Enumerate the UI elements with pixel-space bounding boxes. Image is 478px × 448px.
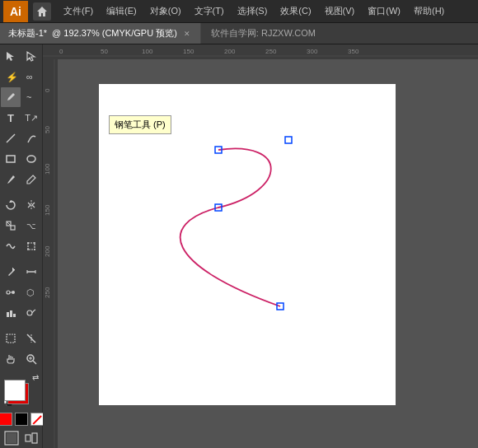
- curvature-tool[interactable]: ~: [21, 87, 41, 107]
- menu-bar: Ai 文件(F) 编辑(E) 对象(O) 文字(T) 选择(S) 效果(C) 视…: [0, 0, 478, 23]
- svg-text:100: 100: [142, 48, 153, 55]
- tool-row-warp: [1, 236, 41, 256]
- paintbrush-tool[interactable]: [1, 170, 21, 189]
- tab-info: @ 192.37% (CMYK/GPU 预览): [52, 27, 177, 40]
- column-graph-tool[interactable]: [1, 303, 21, 323]
- svg-rect-29: [13, 314, 16, 317]
- align-icons[interactable]: [22, 429, 40, 447]
- line-segment-tool[interactable]: [1, 128, 21, 148]
- ruler-top-ticks: 0 50 100 150 200 250 300 350: [43, 44, 478, 59]
- tool-row-brush: [1, 170, 41, 189]
- tool-row-line: [1, 128, 41, 148]
- menu-text[interactable]: 文字(T): [189, 2, 230, 20]
- menu-help[interactable]: 帮助(H): [408, 2, 450, 20]
- color-area: ⇄: [2, 370, 41, 448]
- fill-box[interactable]: [4, 380, 26, 401]
- menu-view[interactable]: 视图(V): [319, 2, 361, 20]
- shear-tool[interactable]: ⌥: [21, 216, 41, 236]
- rotate-tool[interactable]: [1, 195, 21, 215]
- lasso-tool[interactable]: ∞: [21, 67, 41, 86]
- main-area: ⚡ ∞ ~ T: [0, 44, 478, 448]
- svg-text:200: 200: [224, 48, 236, 55]
- selection-tool[interactable]: [1, 46, 21, 66]
- ellipse-tool[interactable]: [21, 149, 41, 169]
- menu-window[interactable]: 窗口(W): [362, 2, 406, 20]
- tool-row-scale: ⌥: [1, 216, 41, 236]
- tool-row-blend: ⬡: [1, 282, 41, 302]
- no-fill-swatch[interactable]: [30, 413, 44, 426]
- svg-marker-0: [37, 7, 47, 16]
- svg-text:0: 0: [59, 48, 63, 55]
- tool-row-pen: ~: [1, 87, 41, 107]
- menu-file[interactable]: 文件(F): [58, 2, 99, 20]
- menu-edit[interactable]: 编辑(E): [101, 2, 143, 20]
- menu-select[interactable]: 选择(S): [232, 2, 274, 20]
- canvas-area[interactable]: 0 50 100 150 200 250 300 350 0 50 100 15…: [43, 44, 478, 448]
- ruler-left-ticks: 0 50 100 150 200 250: [43, 59, 58, 448]
- svg-text:~: ~: [26, 92, 31, 102]
- free-transform-tool[interactable]: [21, 236, 41, 256]
- pencil-tool[interactable]: [21, 170, 41, 189]
- svg-text:⚡: ⚡: [6, 71, 16, 82]
- svg-rect-6: [7, 156, 15, 162]
- svg-line-35: [33, 361, 36, 364]
- symbol-sprayer-tool[interactable]: [21, 303, 41, 323]
- direct-selection-tool[interactable]: [21, 46, 41, 66]
- svg-rect-11: [11, 226, 15, 230]
- svg-text:250: 250: [265, 48, 277, 55]
- ruler-top: 0 50 100 150 200 250 300 350: [43, 44, 478, 59]
- warp-tool[interactable]: [1, 236, 21, 256]
- svg-text:∞: ∞: [26, 72, 33, 82]
- svg-rect-43: [32, 433, 37, 443]
- hand-tool[interactable]: [1, 349, 21, 369]
- svg-point-23: [7, 291, 10, 294]
- svg-rect-41: [7, 433, 16, 443]
- tool-row-1: [1, 46, 41, 66]
- menu-object[interactable]: 对象(O): [144, 2, 187, 20]
- arc-tool[interactable]: [21, 128, 41, 148]
- change-screen-mode[interactable]: [2, 429, 21, 447]
- left-toolbar: ⚡ ∞ ~ T: [0, 44, 43, 448]
- scale-tool[interactable]: [1, 216, 21, 236]
- svg-text:150: 150: [44, 204, 51, 216]
- svg-text:⬡: ⬡: [26, 287, 35, 297]
- eyedropper-tool[interactable]: [1, 262, 21, 282]
- svg-rect-44: [43, 44, 478, 59]
- swap-icon[interactable]: ⇄: [32, 373, 39, 382]
- zoom-tool[interactable]: [21, 349, 41, 369]
- svg-text:⌥: ⌥: [26, 222, 36, 231]
- svg-text:350: 350: [348, 48, 359, 55]
- touch-type-tool[interactable]: T↗: [21, 108, 41, 128]
- tool-row-hand: [1, 349, 41, 369]
- tool-row-lasso: ⚡ ∞: [1, 67, 41, 86]
- reflect-tool[interactable]: [21, 195, 41, 215]
- svg-text:300: 300: [307, 48, 318, 55]
- svg-line-5: [7, 134, 15, 142]
- red-swatch[interactable]: [0, 413, 12, 426]
- home-icon-btn[interactable]: [33, 2, 51, 21]
- tool-row-rect: [1, 149, 41, 169]
- pen-tool[interactable]: [1, 87, 21, 107]
- svg-text:50: 50: [44, 126, 51, 133]
- measure-tool[interactable]: [21, 262, 41, 282]
- tool-row-graph: [1, 303, 41, 323]
- svg-rect-14: [28, 243, 35, 250]
- canvas-content[interactable]: 钢笔工具 (P): [58, 59, 478, 448]
- svg-line-12: [7, 222, 11, 226]
- svg-text:200: 200: [44, 245, 51, 257]
- tab-close-btn[interactable]: ✕: [182, 29, 192, 39]
- slice-tool[interactable]: [21, 329, 41, 348]
- active-tab[interactable]: 未标题-1* @ 192.37% (CMYK/GPU 预览) ✕: [0, 23, 201, 44]
- blend-tool[interactable]: [1, 282, 21, 302]
- live-paint-tool[interactable]: ⬡: [21, 282, 41, 302]
- menu-effect[interactable]: 效果(C): [274, 2, 316, 20]
- magic-wand-tool[interactable]: ⚡: [1, 67, 21, 86]
- fill-stroke-container: ⇄: [4, 373, 39, 408]
- rectangle-tool[interactable]: [1, 149, 21, 169]
- artboard-tool[interactable]: [1, 329, 21, 348]
- black-swatch[interactable]: [15, 413, 28, 426]
- svg-rect-27: [7, 312, 9, 317]
- svg-point-24: [12, 291, 15, 294]
- tool-row-artboard: [1, 329, 41, 348]
- type-tool[interactable]: T: [1, 108, 21, 128]
